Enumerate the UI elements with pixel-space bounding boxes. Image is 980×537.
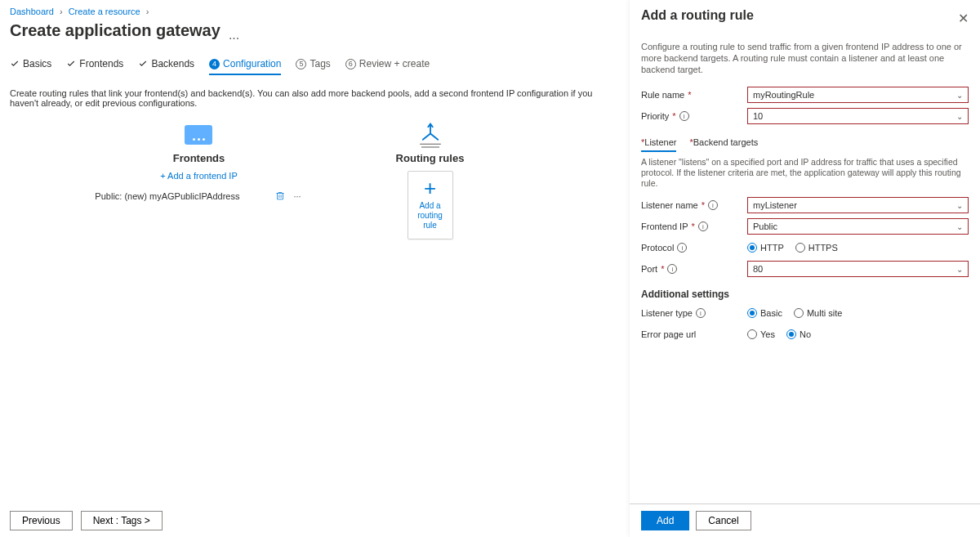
listener-type-label: Listener type	[641, 308, 693, 318]
more-icon[interactable]: ···	[292, 191, 302, 201]
priority-input[interactable]: 10 ⌄	[747, 108, 969, 124]
tab-configuration[interactable]: 4 Configuration	[209, 55, 281, 74]
port-row: Port * i 80 ⌄	[641, 261, 969, 277]
listener-type-basic-radio[interactable]: Basic	[747, 308, 782, 318]
close-icon[interactable]: ✕	[958, 13, 969, 25]
check-icon	[66, 59, 76, 69]
more-actions-icon[interactable]: ···	[229, 31, 239, 46]
add-routing-rule-blade: Add a routing rule ✕ Configure a routing…	[629, 0, 980, 537]
frontend-ip-label: Frontend IP	[641, 222, 688, 231]
panel-tab-backend-targets[interactable]: *Backend targets	[689, 136, 758, 152]
check-icon	[138, 59, 148, 69]
page-title: Create application gateway	[10, 21, 220, 40]
frontends-title: Frontends	[173, 152, 225, 164]
tab-label: Review + create	[359, 58, 430, 69]
info-icon[interactable]: i	[677, 243, 687, 253]
tab-review-create[interactable]: 6 Review + create	[345, 55, 430, 74]
error-page-yes-radio[interactable]: Yes	[747, 329, 775, 339]
listener-type-row: Listener type i Basic Multi site	[641, 305, 969, 321]
error-page-row: Error page url Yes No	[641, 326, 969, 342]
panel-tabs: *Listener *Backend targets	[641, 136, 969, 152]
listener-type-multi-radio[interactable]: Multi site	[794, 308, 842, 318]
tab-tags[interactable]: 5 Tags	[296, 55, 330, 74]
info-icon[interactable]: i	[708, 200, 718, 210]
tab-frontends[interactable]: Frontends	[66, 55, 123, 74]
add-frontend-ip-link[interactable]: + Add a frontend IP	[160, 171, 238, 181]
plus-icon: +	[424, 180, 436, 196]
blade-description: Configure a routing rule to send traffic…	[641, 41, 969, 75]
listener-name-value: myListener	[753, 200, 797, 210]
protocol-row: Protocol i HTTP HTTPS	[641, 239, 969, 256]
radio-dot-icon	[747, 243, 757, 253]
delete-icon[interactable]	[274, 190, 287, 202]
add-button[interactable]: Add	[641, 511, 689, 530]
next-button[interactable]: Next : Tags >	[81, 511, 163, 530]
info-icon[interactable]: i	[679, 111, 689, 121]
tab-backends[interactable]: Backends	[138, 55, 194, 74]
required-icon: *	[672, 111, 675, 121]
required-icon: *	[661, 264, 664, 274]
tab-label: Basics	[23, 58, 51, 69]
panel-tab-listener[interactable]: *Listener	[641, 136, 676, 152]
tab-label: Tags	[310, 58, 330, 69]
add-routing-rule-card[interactable]: + Add a routing rule	[408, 171, 453, 239]
title-row: Create application gateway ···	[10, 21, 619, 55]
breadcrumb: Dashboard › Create a resource ›	[10, 5, 619, 21]
required-icon: *	[688, 90, 691, 100]
frontends-column: Frontends + Add a frontend IP Public: (n…	[83, 123, 314, 239]
routing-rules-column: Routing rules + Add a routing rule	[314, 123, 546, 239]
priority-value: 10	[753, 111, 763, 121]
required-icon: *	[691, 222, 694, 231]
wizard-tabs: Basics Frontends Backends 4 Configuratio…	[10, 55, 619, 75]
tab-basics[interactable]: Basics	[10, 55, 51, 74]
info-icon[interactable]: i	[696, 308, 706, 318]
breadcrumb-create-resource[interactable]: Create a resource	[69, 7, 140, 16]
routing-rules-title: Routing rules	[396, 152, 465, 164]
protocol-label: Protocol	[641, 243, 674, 253]
tab-label: Configuration	[223, 58, 281, 69]
info-icon[interactable]: i	[667, 264, 677, 274]
protocol-https-radio[interactable]: HTTPS	[795, 243, 838, 253]
step-number-icon: 5	[296, 59, 306, 69]
previous-button[interactable]: Previous	[10, 511, 73, 530]
frontends-icon	[180, 123, 216, 147]
chevron-down-icon: ⌄	[956, 201, 963, 210]
listener-name-label: Listener name	[641, 200, 698, 210]
chevron-down-icon: ⌄	[956, 112, 963, 121]
frontend-row: Public: (new) myAGPublicIPAddress ···	[95, 190, 302, 202]
rule-name-input[interactable]: myRoutingRule ⌄	[747, 87, 969, 103]
priority-row: Priority * i 10 ⌄	[641, 108, 969, 124]
step-current-icon: 4	[209, 59, 220, 69]
port-label: Port	[641, 264, 657, 274]
additional-settings-heading: Additional settings	[641, 289, 969, 300]
chevron-down-icon: ⌄	[956, 222, 963, 231]
info-icon[interactable]: i	[698, 222, 708, 231]
error-page-label: Error page url	[641, 329, 696, 339]
radio-dot-icon	[747, 308, 757, 318]
frontend-ip-label: Public: (new) myAGPublicIPAddress	[95, 191, 239, 201]
wizard-footer: Previous Next : Tags >	[10, 511, 163, 530]
protocol-http-radio[interactable]: HTTP	[747, 243, 784, 253]
step-number-icon: 6	[345, 59, 356, 69]
chevron-down-icon: ⌄	[956, 265, 963, 274]
frontend-ip-select[interactable]: Public ⌄	[747, 218, 969, 235]
listener-name-row: Listener name * i myListener ⌄	[641, 197, 969, 213]
helper-text: Create routing rules that link your fron…	[10, 88, 619, 108]
config-columns: Frontends + Add a frontend IP Public: (n…	[10, 123, 619, 239]
port-value: 80	[753, 264, 763, 274]
error-page-no-radio[interactable]: No	[786, 329, 811, 339]
listener-description: A listener "listens" on a specified port…	[641, 157, 969, 189]
breadcrumb-dashboard[interactable]: Dashboard	[10, 7, 54, 16]
priority-label: Priority	[641, 111, 669, 121]
cancel-button[interactable]: Cancel	[696, 511, 751, 530]
rule-name-label: Rule name	[641, 90, 684, 100]
blade-footer: Add Cancel	[630, 503, 980, 537]
check-icon	[10, 59, 20, 69]
listener-name-input[interactable]: myListener ⌄	[747, 197, 969, 213]
chevron-right-icon: ›	[143, 7, 153, 16]
required-icon: *	[702, 200, 705, 210]
tab-label: Backends	[151, 58, 194, 69]
port-input[interactable]: 80 ⌄	[747, 261, 969, 277]
radio-dot-icon	[786, 329, 796, 339]
frontend-ip-value: Public	[753, 222, 777, 231]
